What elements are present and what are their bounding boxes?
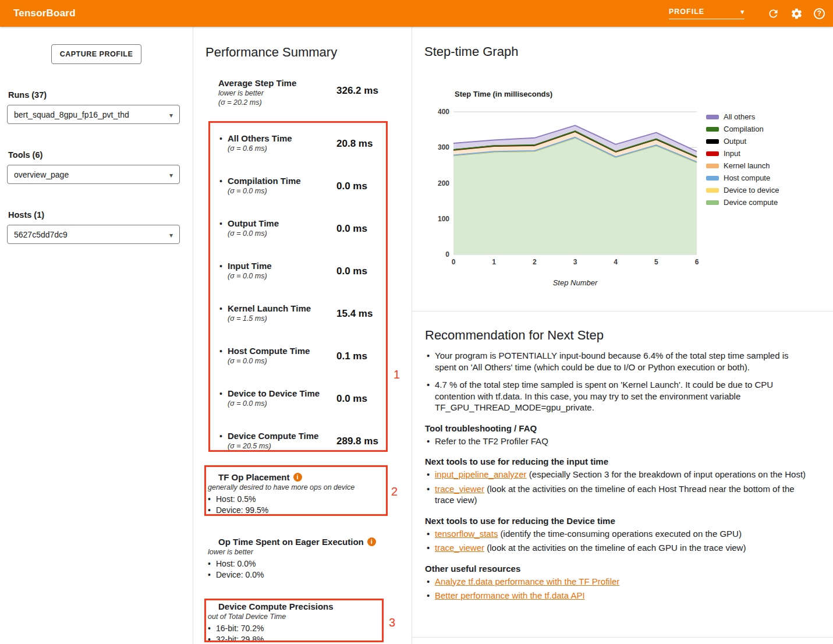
- tools-dropdown[interactable]: overview_page: [7, 165, 180, 184]
- metric-sigma: (σ = 0.6 ms): [228, 144, 400, 153]
- metric-row-kernel-launch: Kernel Launch Time (σ = 1.5 ms) 15.4 ms: [218, 303, 400, 323]
- faq-item: Refer to the TF2 Profiler FAQ: [425, 436, 809, 447]
- annotation-label-2: 2: [391, 485, 398, 498]
- list-item: trace_viewer (look at the activities on …: [425, 483, 809, 506]
- tf-op-placement-title: TF Op Placement: [208, 472, 394, 483]
- legend-item: Device compute: [706, 196, 779, 208]
- legend-label: Kernel launch: [724, 161, 770, 170]
- metric-label: Compilation Time: [228, 176, 400, 186]
- metric-sigma: (σ = 0.0 ms): [228, 229, 400, 238]
- step-time-graph-title: Step-time Graph: [424, 44, 518, 59]
- list-item: input_pipeline_analyzer (especially Sect…: [425, 469, 809, 480]
- svg-text:200: 200: [438, 179, 449, 187]
- legend-swatch: [706, 188, 719, 193]
- metric-row-device-to-device: Device to Device Time (σ = 0.0 ms) 0.0 m…: [218, 388, 400, 408]
- dashboard-select-value: PROFILE: [669, 8, 704, 16]
- performance-summary-panel: Performance Summary Average Step Time lo…: [193, 27, 412, 644]
- legend-label: Input: [724, 149, 740, 158]
- block-note: generally desired to have more ops on de…: [208, 483, 394, 493]
- svg-text:300: 300: [438, 143, 449, 151]
- device-tools-heading: Next tools to use for reducing the Devic…: [425, 516, 821, 526]
- legend-item: Compilation: [706, 123, 779, 135]
- metric-label: All Others Time: [228, 133, 400, 144]
- tools-label: Tools (6): [8, 150, 193, 160]
- eager-execution-block: Op Time Spent on Eager Execution lower i…: [208, 536, 394, 580]
- recommendation-title: Recommendation for Next Step: [425, 328, 821, 343]
- legend-label: Output: [724, 137, 746, 146]
- recommendation-section: Recommendation for Next Step Your progra…: [412, 312, 833, 644]
- chart-legend: All othersCompilationOutputInputKernel l…: [706, 111, 779, 208]
- x-axis-label: Step Number: [453, 278, 697, 287]
- topbar-right: PROFILE: [669, 8, 833, 20]
- metric-value: 0.0 ms: [336, 181, 367, 192]
- tensorflow-stats-link[interactable]: tensorflow_stats: [435, 529, 498, 539]
- tools-dropdown-value: overview_page: [14, 170, 69, 179]
- tfdata-api-link[interactable]: Better performance with the tf.data API: [435, 590, 585, 600]
- chevron-down-icon: [169, 169, 173, 180]
- reload-icon[interactable]: [767, 8, 779, 20]
- metric-row-output: Output Time (σ = 0.0 ms) 0.0 ms: [218, 218, 400, 238]
- block-note: out of Total Device Time: [208, 612, 394, 622]
- tfdata-profiler-link[interactable]: Analyze tf.data performance with the TF …: [435, 576, 619, 586]
- legend-label: Device to device: [724, 186, 779, 194]
- metric-sigma: (σ = 0.0 ms): [228, 186, 400, 196]
- legend-label: Host compute: [724, 174, 770, 182]
- metric-sigma: (σ = 20.2 ms): [218, 98, 400, 107]
- legend-item: Output: [706, 135, 779, 147]
- legend-swatch: [706, 176, 719, 181]
- info-icon[interactable]: [367, 537, 376, 546]
- tf-op-placement-block: TF Op Placement generally desired to hav…: [208, 472, 394, 515]
- svg-text:0: 0: [445, 250, 449, 259]
- legend-swatch: [706, 115, 719, 119]
- average-step-time-row: Average Step Time lower is better (σ = 2…: [218, 78, 400, 107]
- metric-label: Kernel Launch Time: [228, 303, 400, 314]
- legend-swatch: [706, 151, 719, 156]
- legend-label: Compilation: [724, 125, 764, 133]
- metric-value: 289.8 ms: [336, 436, 378, 447]
- step-time-chart: 01002003004000123456: [431, 97, 704, 274]
- legend-swatch: [706, 127, 719, 132]
- section-divider: [412, 637, 833, 638]
- list-item: 32-bit: 29.8%: [208, 634, 394, 644]
- chevron-down-icon: [740, 8, 745, 16]
- hosts-dropdown[interactable]: 5627c5dd7dc9: [7, 225, 180, 244]
- svg-text:3: 3: [573, 258, 577, 266]
- list-item: Device: 0.0%: [208, 569, 394, 581]
- svg-text:4: 4: [614, 258, 618, 266]
- legend-item: Kernel launch: [706, 160, 779, 172]
- settings-gear-icon[interactable]: [791, 8, 803, 20]
- trace-viewer-link[interactable]: trace_viewer: [435, 543, 484, 553]
- metric-sigma: (σ = 0.0 ms): [228, 271, 400, 281]
- trace-viewer-link[interactable]: trace_viewer: [435, 484, 484, 494]
- metric-value: 0.1 ms: [336, 351, 367, 362]
- right-panel: Step-time Graph Step Time (in millisecon…: [412, 27, 833, 644]
- runs-dropdown-value: bert_squad_8gpu_fp16_pvt_thd: [14, 110, 129, 119]
- block-title-text: Device Compute Precisions: [218, 601, 334, 612]
- list-item-text: (look at the activities on the timeline …: [484, 543, 746, 553]
- input-pipeline-analyzer-link[interactable]: input_pipeline_analyzer: [435, 469, 527, 479]
- runs-dropdown[interactable]: bert_squad_8gpu_fp16_pvt_thd: [7, 105, 180, 124]
- svg-text:6: 6: [695, 258, 699, 266]
- metric-sigma: (σ = 0.0 ms): [228, 356, 400, 366]
- svg-text:400: 400: [438, 108, 449, 116]
- metric-value: 0.0 ms: [336, 223, 367, 235]
- sidebar: CAPTURE PROFILE Runs (37) bert_squad_8gp…: [0, 27, 193, 644]
- legend-item: Device to device: [706, 184, 779, 196]
- metric-value: 15.4 ms: [336, 308, 373, 320]
- annotation-label-3: 3: [389, 616, 395, 629]
- resources-heading: Other useful resources: [425, 564, 821, 574]
- capture-profile-button[interactable]: CAPTURE PROFILE: [51, 44, 141, 64]
- info-icon[interactable]: [293, 473, 302, 482]
- recommendation-bullet: Your program is POTENTIALLY input-bound …: [425, 350, 809, 373]
- legend-label: Device compute: [724, 198, 778, 207]
- faq-heading: Tool troubleshooting / FAQ: [425, 423, 821, 433]
- list-item: trace_viewer (look at the activities on …: [425, 542, 809, 554]
- legend-label: All others: [724, 112, 755, 121]
- svg-text:1: 1: [492, 258, 496, 266]
- list-item: Analyze tf.data performance with the TF …: [425, 576, 809, 588]
- input-tools-heading: Next tools to use for reducing the input…: [425, 457, 821, 466]
- dashboard-select[interactable]: PROFILE: [669, 8, 745, 19]
- metric-row-compilation: Compilation Time (σ = 0.0 ms) 0.0 ms: [218, 176, 400, 196]
- device-compute-precisions-block: Device Compute Precisions out of Total D…: [208, 601, 394, 644]
- help-icon[interactable]: [814, 8, 825, 19]
